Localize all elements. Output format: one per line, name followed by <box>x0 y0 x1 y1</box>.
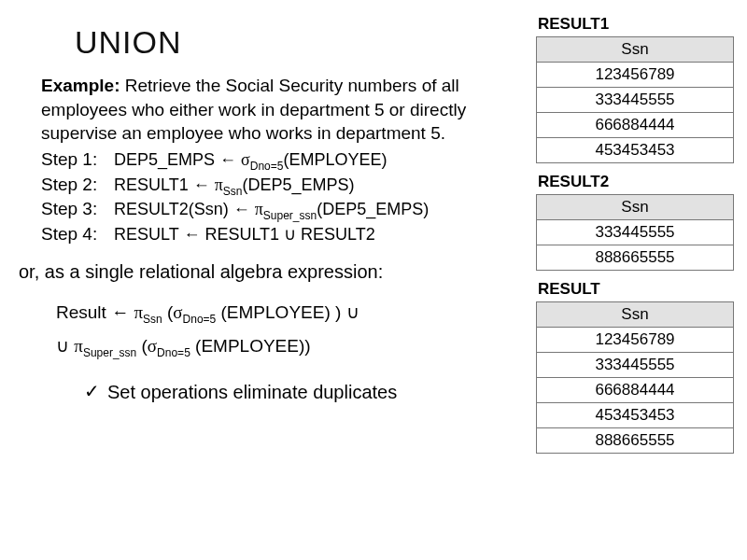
or-line: or, as a single relational algebra expre… <box>19 261 523 283</box>
steps-list: Step 1: DEP5_EMPS ← σDno=5(EMPLOYEE) Ste… <box>41 149 523 245</box>
table-header: Ssn <box>537 195 734 220</box>
table-row: 888665555 <box>537 428 734 454</box>
table-header-row: Ssn <box>537 37 734 63</box>
slide-title: UNION <box>75 24 523 61</box>
table-row: 123456789 <box>537 63 734 88</box>
table-result1: Ssn 123456789 333445555 666884444 453453… <box>536 36 734 163</box>
table-result2: Ssn 333445555 888665555 <box>536 194 734 271</box>
step-2: Step 2: RESULT1 ← πSsn(DEP5_EMPS) <box>41 175 523 198</box>
example-label: Example: <box>41 76 120 95</box>
footnote: ✓Set operations eliminate duplicates <box>84 381 523 403</box>
table-header-row: Ssn <box>537 302 734 328</box>
table-row: 453453453 <box>537 138 734 163</box>
content-left: UNION Example: Retrieve the Social Secur… <box>0 0 532 560</box>
table-row: 666884444 <box>537 113 734 138</box>
step-label: Step 4: <box>41 224 114 245</box>
table-result: Ssn 123456789 333445555 666884444 453453… <box>536 301 734 454</box>
table-row: 333445555 <box>537 353 734 378</box>
check-icon: ✓ <box>84 380 100 402</box>
step-1: Step 1: DEP5_EMPS ← σDno=5(EMPLOYEE) <box>41 149 523 173</box>
step-3: Step 3: RESULT2(Ssn) ← πSuper_ssn(DEP5_E… <box>41 199 523 222</box>
expr-line-1: Result ← πSsn (σDno=5 (EMPLOYEE) ) ∪ <box>56 296 523 330</box>
slide: UNION Example: Retrieve the Social Secur… <box>0 0 747 560</box>
tables-column: RESULT1 Ssn 123456789 333445555 66688444… <box>532 0 747 560</box>
step-expr: RESULT2(Ssn) ← πSuper_ssn(DEP5_EMPS) <box>114 200 429 222</box>
step-expr: DEP5_EMPS ← σDno=5(EMPLOYEE) <box>114 150 388 173</box>
footnote-text: Set operations eliminate duplicates <box>107 382 397 402</box>
table-caption-result1: RESULT1 <box>538 15 734 34</box>
step-4: Step 4: RESULT ← RESULT1 ∪ RESULT2 <box>41 224 523 245</box>
example-text: Example: Retrieve the Social Security nu… <box>41 74 504 146</box>
table-caption-result2: RESULT2 <box>538 173 734 191</box>
step-expr: RESULT1 ← πSsn(DEP5_EMPS) <box>114 175 355 198</box>
expr-line-2: ∪ πSuper_ssn (σDno=5 (EMPLOYEE)) <box>56 329 523 364</box>
step-label: Step 2: <box>41 175 114 195</box>
table-header: Ssn <box>537 37 734 63</box>
table-row: 333445555 <box>537 220 734 245</box>
step-label: Step 1: <box>41 149 114 170</box>
table-row: 333445555 <box>537 88 734 113</box>
table-row: 453453453 <box>537 403 734 428</box>
table-caption-result: RESULT <box>538 280 734 299</box>
single-expression: Result ← πSsn (σDno=5 (EMPLOYEE) ) ∪ ∪ π… <box>56 296 523 364</box>
table-header-row: Ssn <box>537 195 734 220</box>
table-row: 888665555 <box>537 245 734 271</box>
table-row: 123456789 <box>537 328 734 353</box>
step-expr: RESULT ← RESULT1 ∪ RESULT2 <box>114 224 375 245</box>
table-header: Ssn <box>537 302 734 328</box>
step-label: Step 3: <box>41 199 114 219</box>
table-row: 666884444 <box>537 378 734 403</box>
